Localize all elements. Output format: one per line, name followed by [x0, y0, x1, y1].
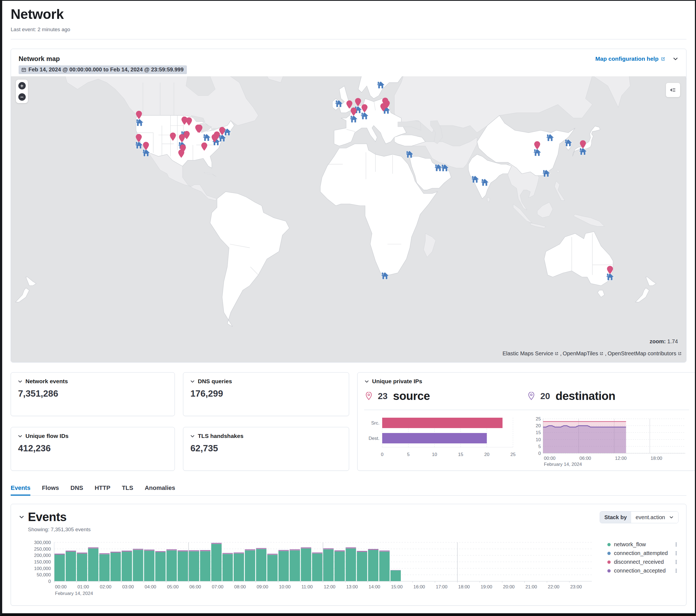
histogram-bar-segment[interactable] [234, 554, 244, 581]
histogram-bar-segment[interactable] [99, 553, 110, 554]
histogram-bar-segment[interactable] [122, 552, 132, 581]
histogram-bar-segment[interactable] [99, 554, 110, 581]
histogram-bar-segment[interactable] [155, 551, 165, 552]
map-panel-collapse-chevron-icon[interactable] [673, 56, 679, 62]
histogram-bar-segment[interactable] [222, 554, 233, 581]
histogram-bar-segment[interactable] [211, 543, 222, 543]
histogram-bar-segment[interactable] [256, 549, 267, 581]
histogram-bar-segment[interactable] [391, 570, 401, 570]
histogram-bar-segment[interactable] [312, 553, 322, 554]
histogram-bar-segment[interactable] [346, 548, 356, 548]
histogram-bar-segment[interactable] [301, 548, 311, 548]
histogram-bar-segment[interactable] [267, 554, 278, 554]
world-map[interactable]: zoom: 1.74 Elastic Maps Service ,OpenMap… [11, 76, 686, 362]
legend-options-menu-icon[interactable] [674, 551, 679, 555]
legend-item-connection_accepted[interactable]: connection_accepted [607, 568, 679, 574]
histogram-bar-segment[interactable] [54, 554, 65, 554]
events-collapse-chevron-icon[interactable] [19, 514, 25, 520]
zoom-out-button[interactable] [18, 93, 26, 101]
histogram-bar-segment[interactable] [357, 551, 367, 552]
histogram-bar-segment[interactable] [312, 553, 322, 553]
histogram-bar-segment[interactable] [368, 549, 378, 550]
histogram-bar-segment[interactable] [245, 549, 255, 550]
histogram-bar-segment[interactable] [88, 547, 98, 548]
histogram-bar-segment[interactable] [122, 551, 132, 551]
histogram-bar-segment[interactable] [301, 547, 311, 548]
histogram-bar-segment[interactable] [189, 551, 199, 551]
histogram-bar-segment[interactable] [155, 552, 165, 581]
histogram-bar-segment[interactable] [379, 551, 390, 551]
histogram-bar-segment[interactable] [267, 555, 278, 555]
histogram-bar-segment[interactable] [368, 550, 378, 550]
kpi-collapse-chevron-icon[interactable] [190, 433, 195, 439]
histogram-bar-segment[interactable] [144, 550, 155, 550]
histogram-bar-segment[interactable] [234, 553, 244, 554]
tab-tls[interactable]: TLS [122, 485, 133, 495]
histogram-bar-segment[interactable] [133, 549, 143, 550]
kpi-collapse-chevron-icon[interactable] [17, 379, 23, 384]
histogram-bar-segment[interactable] [290, 550, 300, 581]
tab-anomalies[interactable]: Anomalies [145, 485, 175, 495]
attribution-link[interactable]: OpenMapTiles , [563, 350, 606, 357]
histogram-bar-segment[interactable] [245, 550, 255, 581]
histogram-bar-segment[interactable] [312, 554, 322, 581]
histogram-bar-segment[interactable] [155, 552, 165, 552]
histogram-bar-segment[interactable] [391, 570, 401, 581]
histogram-bar-segment[interactable] [323, 549, 334, 549]
histogram-bar-segment[interactable] [379, 551, 390, 551]
histogram-bar-segment[interactable] [189, 550, 199, 551]
zoom-in-button[interactable] [18, 82, 26, 90]
histogram-bar-segment[interactable] [189, 551, 199, 581]
histogram-bar-segment[interactable] [323, 549, 334, 550]
histogram-bar-segment[interactable] [211, 544, 222, 544]
histogram-bar-segment[interactable] [111, 552, 121, 553]
histogram-bar-segment[interactable] [334, 550, 345, 551]
histogram-bar-segment[interactable] [334, 551, 345, 581]
histogram-bar-segment[interactable] [357, 551, 367, 551]
legend-options-menu-icon[interactable] [674, 560, 679, 564]
histogram-bar-segment[interactable] [290, 549, 300, 550]
histogram-bar-segment[interactable] [211, 543, 222, 544]
attribution-link[interactable]: OpenStreetMap contributors [607, 350, 682, 357]
histogram-bar-segment[interactable] [312, 553, 322, 553]
histogram-bar-segment[interactable] [167, 550, 177, 550]
histogram-bar-segment[interactable] [368, 550, 378, 581]
histogram-bar-segment[interactable] [245, 550, 255, 550]
histogram-bar-segment[interactable] [144, 551, 155, 581]
histogram-bar-segment[interactable] [122, 551, 132, 552]
histogram-bar-segment[interactable] [301, 549, 311, 581]
histogram-bar-segment[interactable] [211, 544, 222, 581]
histogram-bar-segment[interactable] [111, 553, 121, 581]
histogram-bar-segment[interactable] [54, 554, 65, 555]
histogram-bar-segment[interactable] [66, 551, 76, 552]
histogram-bar-segment[interactable] [77, 554, 87, 581]
histogram-bar-segment[interactable] [88, 548, 98, 548]
histogram-bar-segment[interactable] [54, 555, 65, 581]
histogram-bar-segment[interactable] [177, 551, 188, 551]
map-layers-toggle-button[interactable] [666, 83, 680, 97]
histogram-bar-segment[interactable] [323, 550, 334, 581]
histogram-bar-segment[interactable] [279, 551, 289, 551]
histogram-bar-segment[interactable] [323, 549, 334, 549]
histogram-bar-segment[interactable] [379, 551, 390, 552]
histogram-bar-segment[interactable] [256, 548, 267, 549]
tab-events[interactable]: Events [11, 485, 30, 495]
histogram-bar-segment[interactable] [346, 547, 356, 548]
map-configuration-help-link[interactable]: Map configuration help [595, 56, 665, 62]
histogram-bar-segment[interactable] [133, 549, 143, 549]
histogram-bar-segment[interactable] [66, 552, 76, 581]
legend-item-connection_attempted[interactable]: connection_attempted [607, 550, 679, 556]
histogram-bar-segment[interactable] [167, 549, 177, 550]
histogram-bar-segment[interactable] [234, 553, 244, 553]
histogram-bar-segment[interactable] [357, 552, 367, 581]
histogram-bar-segment[interactable] [77, 553, 87, 553]
legend-item-network_flow[interactable]: network_flow [607, 541, 679, 548]
histogram-bar-segment[interactable] [279, 551, 289, 581]
histogram-bar-segment[interactable] [99, 554, 110, 554]
histogram-bar-segment[interactable] [177, 551, 188, 581]
histogram-bar-segment[interactable] [222, 553, 233, 554]
histogram-bar-segment[interactable] [200, 551, 210, 581]
histogram-bar-segment[interactable] [256, 549, 267, 549]
histogram-bar-segment[interactable] [167, 550, 177, 581]
legend-options-menu-icon[interactable] [674, 542, 679, 547]
